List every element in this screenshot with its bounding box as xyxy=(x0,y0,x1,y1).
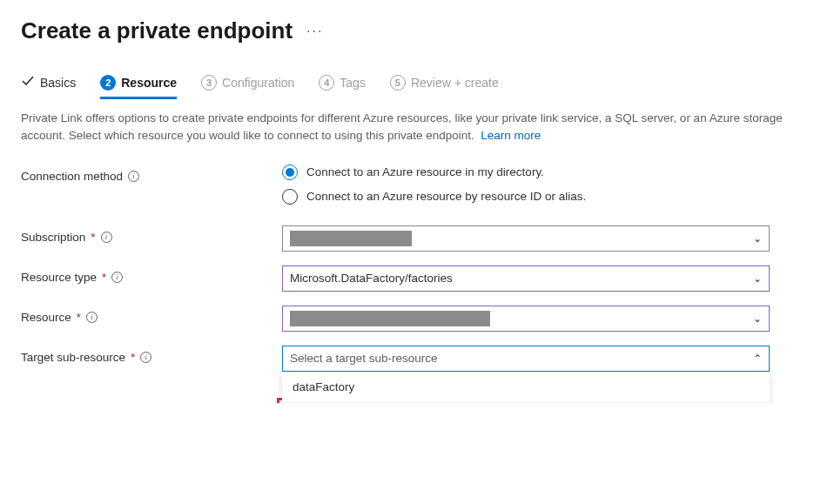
connection-method-label: Connection method i xyxy=(21,165,282,183)
info-icon[interactable]: i xyxy=(140,352,151,363)
target-sub-resource-label: Target sub-resource * i xyxy=(21,346,282,364)
step-number: 4 xyxy=(319,75,334,91)
tab-label: Basics xyxy=(40,76,76,90)
required-asterisk: * xyxy=(77,311,81,324)
wizard-tabs: Basics 2 Resource 3 Configuration 4 Tags… xyxy=(21,69,793,99)
chevron-down-icon: ⌄ xyxy=(753,312,762,325)
info-icon[interactable]: i xyxy=(111,272,123,283)
step-number: 3 xyxy=(201,75,217,91)
radio-label: Connect to an Azure resource by resource… xyxy=(306,190,586,203)
redacted-value xyxy=(290,231,412,246)
required-asterisk: * xyxy=(102,271,106,284)
resource-type-label: Resource type * i xyxy=(21,265,282,284)
tab-label: Review + create xyxy=(411,76,499,90)
check-icon xyxy=(21,74,35,91)
target-sub-resource-dropdown: dataFactory portal xyxy=(282,372,770,403)
resource-label: Resource * i xyxy=(21,306,282,324)
radio-connect-directory[interactable]: Connect to an Azure resource in my direc… xyxy=(282,165,770,180)
step-number: 2 xyxy=(100,75,116,91)
required-asterisk: * xyxy=(91,231,95,244)
tab-tags[interactable]: 4 Tags xyxy=(319,70,366,99)
dropdown-option-datafactory[interactable]: dataFactory xyxy=(282,372,770,402)
info-icon[interactable]: i xyxy=(101,232,112,243)
resource-select[interactable]: ⌄ xyxy=(282,306,770,332)
learn-more-link[interactable]: Learn more xyxy=(481,129,541,142)
tab-label: Resource xyxy=(121,76,177,90)
chevron-down-icon: ⌄ xyxy=(753,232,762,245)
subscription-label: Subscription * i xyxy=(21,225,282,244)
page-title: Create a private endpoint xyxy=(21,17,293,44)
info-icon[interactable]: i xyxy=(128,171,139,182)
radio-label: Connect to an Azure resource in my direc… xyxy=(306,165,544,178)
resource-type-select[interactable]: Microsoft.DataFactory/factories ⌄ xyxy=(282,265,770,292)
tab-basics[interactable]: Basics xyxy=(21,69,76,99)
connection-method-radios: Connect to an Azure resource in my direc… xyxy=(282,165,770,205)
tab-review-create[interactable]: 5 Review + create xyxy=(390,70,499,99)
required-asterisk: * xyxy=(131,351,135,364)
tab-resource[interactable]: 2 Resource xyxy=(100,70,177,99)
target-sub-resource-select[interactable]: Select a target sub-resource ⌃ xyxy=(282,346,770,372)
radio-icon xyxy=(282,189,298,205)
tab-label: Configuration xyxy=(222,76,294,90)
tab-label: Tags xyxy=(340,76,366,90)
step-number: 5 xyxy=(390,75,406,91)
radio-connect-resourceid[interactable]: Connect to an Azure resource by resource… xyxy=(282,189,770,205)
chevron-up-icon: ⌃ xyxy=(753,353,762,365)
select-value: Microsoft.DataFactory/factories xyxy=(290,272,453,285)
tab-configuration[interactable]: 3 Configuration xyxy=(201,70,294,99)
radio-icon xyxy=(282,165,298,180)
more-icon[interactable]: ··· xyxy=(306,24,323,39)
chevron-down-icon: ⌄ xyxy=(753,272,762,285)
redacted-value xyxy=(290,311,490,326)
select-placeholder: Select a target sub-resource xyxy=(290,352,438,365)
info-icon[interactable]: i xyxy=(86,312,98,323)
subscription-select[interactable]: ⌄ xyxy=(282,225,770,252)
description-text: Private Link offers options to create pr… xyxy=(21,110,787,145)
dropdown-option-portal[interactable]: portal xyxy=(282,402,770,403)
